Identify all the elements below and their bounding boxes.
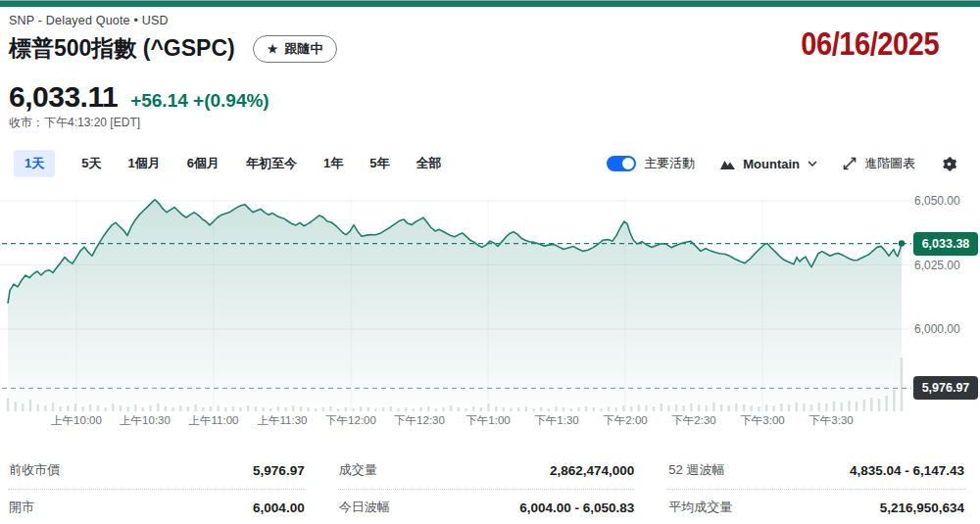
x-tick-label: 下午1:30 bbox=[534, 413, 578, 428]
stat-label: 今日波幅 bbox=[339, 499, 390, 516]
mountain-icon bbox=[720, 158, 735, 169]
x-tick-label: 下午3:30 bbox=[808, 413, 853, 428]
range-tab-5[interactable]: 年初至今 bbox=[246, 150, 297, 177]
gear-icon[interactable] bbox=[941, 156, 957, 172]
stat-value: 6,004.00 - 6,050.83 bbox=[519, 500, 634, 515]
quote-page: SNP - Delayed Quote • USD 標普500指數 (^GSPC… bbox=[0, 0, 980, 524]
stat-label: 開市 bbox=[9, 499, 34, 516]
market-state: 收市：下午4:13:20 [EDT] bbox=[9, 115, 140, 131]
key-events-toggle[interactable] bbox=[607, 156, 636, 171]
current-price: 6,033.11 bbox=[9, 80, 118, 114]
stat-label: 平均成交量 bbox=[668, 499, 732, 516]
stat-cell: 今日波幅6,004.00 - 6,050.83 bbox=[338, 490, 636, 524]
range-tabs: 1天5天1個月6個月年初至今1年5年全部 bbox=[14, 150, 441, 177]
y-tick-label: 6,050.00 bbox=[914, 194, 960, 208]
chevron-down-icon bbox=[808, 161, 817, 167]
x-tick-label: 下午1:00 bbox=[466, 413, 510, 428]
quote-title-row: 標普500指數 (^GSPC) ★ 跟隨中 bbox=[9, 33, 337, 64]
chart-toolbar: 1天5天1個月6個月年初至今1年5年全部 主要活動 Mountain 進階圖表 bbox=[14, 149, 957, 178]
stat-cell: 平均成交量5,216,950,634 bbox=[667, 490, 965, 524]
stat-cell: 開市6,004.00 bbox=[8, 490, 306, 524]
page-title: 標普500指數 (^GSPC) bbox=[9, 33, 235, 64]
advanced-chart-button[interactable]: 進階圖表 bbox=[843, 155, 915, 172]
range-tab-7[interactable]: 5年 bbox=[369, 150, 389, 177]
range-tab-3[interactable]: 1個月 bbox=[127, 150, 160, 177]
price-chart-svg[interactable] bbox=[0, 186, 980, 427]
date-overlay: 06/16/2025 bbox=[801, 25, 939, 63]
stat-cell: 52 週波幅4,835.04 - 6,147.43 bbox=[667, 453, 965, 490]
stat-cell: 前收市價5,976.97 bbox=[8, 453, 306, 490]
quote-meta: SNP - Delayed Quote • USD bbox=[9, 14, 169, 27]
x-tick-label: 上午11:30 bbox=[258, 413, 308, 428]
x-tick-label: 上午10:30 bbox=[120, 413, 171, 428]
follow-button[interactable]: ★ 跟隨中 bbox=[253, 35, 338, 63]
price-change: +56.14 +(0.94%) bbox=[130, 90, 270, 112]
accent-top-bar bbox=[0, 0, 980, 7]
x-tick-label: 下午3:00 bbox=[740, 413, 784, 428]
chart-type-select[interactable]: Mountain bbox=[720, 157, 817, 171]
star-icon: ★ bbox=[268, 43, 278, 55]
stat-value: 5,216,950,634 bbox=[880, 500, 964, 515]
stat-label: 52 週波幅 bbox=[668, 461, 724, 479]
current-price-badge: 6,033.38 bbox=[913, 232, 978, 256]
chart-type-label: Mountain bbox=[743, 157, 800, 171]
y-tick-label: 6,000.00 bbox=[914, 322, 960, 336]
key-events-group: 主要活動 bbox=[607, 155, 695, 172]
expand-diagonal-icon bbox=[843, 157, 857, 170]
x-tick-label: 下午2:00 bbox=[603, 413, 647, 428]
stat-value: 5,976.97 bbox=[253, 463, 305, 478]
chart-controls: 主要活動 Mountain 進階圖表 bbox=[607, 155, 957, 172]
range-tab-1[interactable]: 1天 bbox=[14, 150, 55, 177]
previous-close-badge: 5,976.97 bbox=[913, 376, 978, 400]
stats-table: 前收市價5,976.97成交量2,862,474,00052 週波幅4,835.… bbox=[8, 453, 965, 524]
x-tick-label: 下午12:00 bbox=[325, 413, 376, 428]
range-tab-6[interactable]: 1年 bbox=[323, 150, 343, 177]
y-tick-label: 6,025.00 bbox=[914, 259, 960, 272]
price-row: 6,033.11 +56.14 +(0.94%) bbox=[9, 80, 270, 114]
range-tab-2[interactable]: 5天 bbox=[81, 150, 101, 177]
stat-value: 6,004.00 bbox=[253, 500, 305, 515]
range-tab-4[interactable]: 6個月 bbox=[187, 150, 220, 177]
stat-cell: 成交量2,862,474,000 bbox=[338, 453, 636, 490]
stat-label: 成交量 bbox=[339, 461, 377, 479]
key-events-label: 主要活動 bbox=[644, 155, 695, 172]
stat-value: 4,835.04 - 6,147.43 bbox=[850, 463, 964, 478]
price-chart bbox=[0, 186, 980, 427]
x-tick-label: 上午10:00 bbox=[51, 413, 102, 428]
x-tick-label: 上午11:00 bbox=[189, 413, 239, 428]
stat-value: 2,862,474,000 bbox=[550, 463, 634, 478]
x-tick-label: 下午2:30 bbox=[671, 413, 715, 428]
follow-button-label: 跟隨中 bbox=[284, 40, 322, 58]
advanced-chart-label: 進階圖表 bbox=[864, 155, 915, 172]
x-tick-label: 下午12:30 bbox=[394, 413, 445, 428]
stat-label: 前收市價 bbox=[9, 461, 60, 479]
range-tab-8[interactable]: 全部 bbox=[416, 150, 441, 177]
